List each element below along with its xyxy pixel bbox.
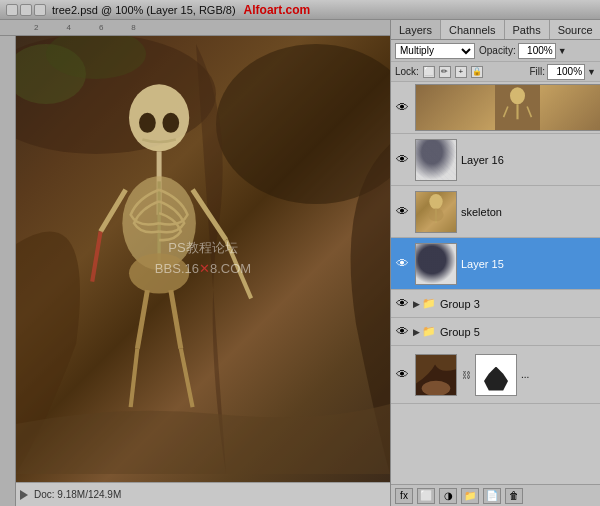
- blend-mode-select[interactable]: Multiply Normal Screen Overlay: [395, 43, 475, 59]
- layer-name-layer16: Layer 16: [461, 154, 598, 166]
- layer-item-layer16[interactable]: 👁 Layer 16: [391, 134, 600, 186]
- svg-point-24: [428, 208, 443, 221]
- create-group-button[interactable]: 📁: [461, 488, 479, 504]
- layer-item-group5-content[interactable]: 👁 ⛓ ...: [391, 346, 600, 404]
- layer-thumb-black-shape: [475, 354, 517, 396]
- svg-line-10: [193, 189, 226, 239]
- lock-position-icon[interactable]: +: [455, 66, 467, 78]
- fill-label: Fill:: [530, 66, 546, 77]
- layer-visibility-group5-content[interactable]: 👁: [393, 366, 411, 384]
- opacity-arrow: ▼: [558, 46, 567, 56]
- fill-input[interactable]: [547, 64, 585, 80]
- new-layer-button[interactable]: 📄: [483, 488, 501, 504]
- layer-item-skeleton[interactable]: 👁 skeleton: [391, 186, 600, 238]
- layer-name-layer15: Layer 15: [461, 258, 598, 270]
- add-style-button[interactable]: fx: [395, 488, 413, 504]
- layer-name-group3: Group 3: [440, 298, 598, 310]
- doc-status: Doc: 9.18M/124.9M: [34, 489, 121, 500]
- layer-name-group5-content: ...: [521, 369, 598, 380]
- layer-link-icon: ⛓: [461, 370, 471, 380]
- status-arrow: [20, 490, 28, 500]
- title-bar: tree2.psd @ 100% (Layer 15, RGB/8) Alfoa…: [0, 0, 600, 20]
- layer-thumb-layer16: [415, 139, 457, 181]
- svg-line-13: [92, 231, 100, 281]
- status-bar: Doc: 9.18M/124.9M: [16, 482, 390, 506]
- group-folder-icon-group3: 📁: [422, 297, 436, 310]
- layer-visibility-skeleton2[interactable]: 👁: [393, 99, 411, 117]
- main-layout: 2 4 6 8: [0, 20, 600, 506]
- close-button[interactable]: [6, 4, 18, 16]
- layers-toolbar: fx ⬜ ◑ 📁 📄 🗑: [391, 484, 600, 506]
- layer-thumb-skeleton2: [415, 84, 600, 131]
- lock-label: Lock:: [395, 66, 419, 77]
- layer-visibility-skeleton[interactable]: 👁: [393, 203, 411, 221]
- tab-layers[interactable]: Layers: [391, 20, 441, 39]
- site-watermark: Alfoart.com: [244, 3, 311, 17]
- svg-point-6: [163, 112, 180, 132]
- svg-point-20: [510, 87, 525, 104]
- layer-thumb-skeleton: [415, 191, 457, 233]
- minimize-button[interactable]: [20, 4, 32, 16]
- panels-area: Layers Channels Paths Source Multiply No…: [390, 20, 600, 506]
- svg-line-15: [137, 290, 147, 349]
- lock-transparent-icon[interactable]: ⬜: [423, 66, 435, 78]
- opacity-input[interactable]: [518, 43, 556, 59]
- svg-line-16: [131, 348, 138, 407]
- layer-visibility-group3[interactable]: 👁: [393, 295, 411, 313]
- tab-source[interactable]: Source: [550, 20, 600, 39]
- svg-line-17: [171, 290, 181, 349]
- svg-line-18: [181, 348, 193, 407]
- skeleton-svg: [72, 81, 296, 416]
- layer-name-group5: Group 5: [440, 326, 598, 338]
- svg-point-22: [429, 193, 442, 208]
- scene-background: PS教程论坛 BBS.16✕8.COM: [16, 36, 390, 482]
- layer-item-group5[interactable]: 👁 ▶ 📁 Group 5: [391, 318, 600, 346]
- opacity-control: Opacity: ▼: [479, 43, 567, 59]
- fill-control: Fill: ▼: [530, 64, 596, 80]
- ruler-left: [0, 36, 16, 506]
- fill-arrow: ▼: [587, 67, 596, 77]
- tab-channels[interactable]: Channels: [441, 20, 504, 39]
- group-folder-icon-group5: 📁: [422, 325, 436, 338]
- ruler-top: 2 4 6 8: [0, 20, 390, 36]
- layer-item-layer15[interactable]: 👁 Layer 15: [391, 238, 600, 290]
- tab-paths[interactable]: Paths: [505, 20, 550, 39]
- maximize-button[interactable]: [34, 4, 46, 16]
- svg-line-12: [101, 189, 126, 231]
- add-mask-button[interactable]: ⬜: [417, 488, 435, 504]
- layer-name-skeleton: skeleton: [461, 206, 598, 218]
- delete-layer-button[interactable]: 🗑: [505, 488, 523, 504]
- layer-visibility-layer16[interactable]: 👁: [393, 151, 411, 169]
- panel-tabs: Layers Channels Paths Source: [391, 20, 600, 40]
- layer-visibility-layer15[interactable]: 👁: [393, 255, 411, 273]
- layer-thumb-layer15: [415, 243, 457, 285]
- canvas-area[interactable]: 2 4 6 8: [0, 20, 390, 506]
- layer-item-group3[interactable]: 👁 ▶ 📁 Group 3: [391, 290, 600, 318]
- lock-image-icon[interactable]: ✏: [439, 66, 451, 78]
- add-adjustment-button[interactable]: ◑: [439, 488, 457, 504]
- lock-all-icon[interactable]: 🔒: [471, 66, 483, 78]
- canvas-image[interactable]: PS教程论坛 BBS.16✕8.COM: [16, 36, 390, 482]
- lock-row: Lock: ⬜ ✏ + 🔒 Fill: ▼: [391, 62, 600, 82]
- blend-mode-row: Multiply Normal Screen Overlay Opacity: …: [391, 40, 600, 62]
- svg-point-5: [139, 112, 156, 132]
- window-title: tree2.psd @ 100% (Layer 15, RGB/8): [52, 4, 236, 16]
- layer-visibility-group5[interactable]: 👁: [393, 323, 411, 341]
- group-arrow-group5[interactable]: ▶: [413, 327, 420, 337]
- window-controls[interactable]: [6, 4, 46, 16]
- svg-line-11: [226, 239, 251, 298]
- group-arrow-group3[interactable]: ▶: [413, 299, 420, 309]
- layer-item-skeleton2[interactable]: 👁 skeleton2: [391, 82, 600, 134]
- layer-thumb-tree: [415, 354, 457, 396]
- opacity-label: Opacity:: [479, 45, 516, 56]
- layers-list[interactable]: 👁 skeleton2 👁 Laye: [391, 82, 600, 484]
- svg-point-14: [129, 253, 189, 293]
